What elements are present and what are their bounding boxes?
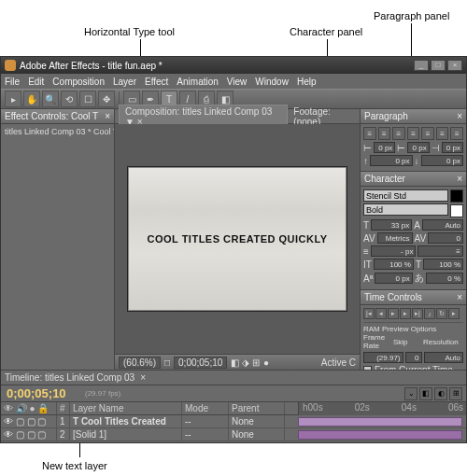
maximize-button[interactable]: □: [431, 60, 446, 71]
align-left-button[interactable]: ≡: [363, 127, 376, 140]
layer-bar[interactable]: [298, 417, 462, 427]
pan-behind-tool[interactable]: ✥: [98, 91, 115, 107]
indent-first-field[interactable]: 0 px: [407, 142, 429, 153]
close-icon[interactable]: ×: [140, 372, 146, 383]
align-center-button[interactable]: ≡: [378, 127, 391, 140]
first-frame-button[interactable]: |◂: [363, 308, 375, 319]
character-tab-label: Character: [364, 174, 405, 184]
font-size-field[interactable]: 33 px: [371, 219, 412, 231]
format-icon[interactable]: □: [164, 357, 170, 368]
hand-tool[interactable]: ✋: [23, 91, 40, 107]
camera-tool[interactable]: ☐: [79, 91, 96, 107]
right-panels: Paragraph × ≡ ≡ ≡ ≡ ≡ ≡ ≡ ⊢0 px: [360, 109, 466, 371]
menu-animation[interactable]: Animation: [177, 77, 218, 87]
hscale-field[interactable]: 100 %: [423, 259, 463, 270]
ram-preview-button[interactable]: ▸: [448, 308, 460, 319]
fill-color-swatch[interactable]: [450, 189, 463, 203]
menu-help[interactable]: Help: [297, 77, 317, 87]
paragraph-tab[interactable]: Paragraph ×: [361, 109, 466, 124]
loop-button[interactable]: ↻: [436, 308, 447, 319]
character-tab[interactable]: Character ×: [361, 172, 466, 187]
frame-rate-field[interactable]: (29.97): [363, 352, 403, 363]
layer-parent[interactable]: None: [229, 415, 285, 427]
menu-file[interactable]: File: [5, 77, 20, 87]
layer-mode[interactable]: --: [182, 415, 229, 427]
menu-edit[interactable]: Edit: [28, 77, 44, 87]
stroke-opts-field[interactable]: ≡: [417, 245, 463, 257]
effect-controls-tab[interactable]: Effect Controls: Cool T ×: [1, 109, 114, 124]
close-icon[interactable]: ×: [457, 111, 462, 121]
vscale-field[interactable]: 100 %: [374, 259, 414, 270]
indent-right-field[interactable]: 0 px: [442, 142, 463, 153]
table-row[interactable]: 👁 ▢ ▢ ▢ 1 T Cool Titles Created -- None: [1, 415, 466, 428]
column-layer-name: Layer Name: [70, 402, 182, 414]
app-window: Adobe After Effects - title fun.aep * _ …: [0, 56, 467, 443]
skip-field[interactable]: 0: [405, 352, 422, 363]
align-right-button[interactable]: ≡: [392, 127, 405, 140]
justify-right-button[interactable]: ≡: [436, 127, 449, 140]
layer-bar[interactable]: [298, 430, 462, 440]
effect-controls-path: titles Linked Comp 03 * Cool Titles C: [1, 124, 114, 139]
active-camera-label[interactable]: Active C: [321, 357, 356, 368]
shy-button[interactable]: ⌄: [404, 387, 417, 400]
timeline-tab[interactable]: Timeline: titles Linked Comp 03 ×: [1, 371, 466, 385]
next-frame-button[interactable]: ▸: [400, 308, 411, 319]
stroke-color-swatch[interactable]: [450, 204, 463, 217]
current-time[interactable]: 0;00;05;10: [1, 386, 85, 400]
motion-blur-button[interactable]: ◐: [434, 387, 447, 400]
font-style-select[interactable]: Bold: [363, 203, 448, 216]
minimize-button[interactable]: _: [414, 60, 429, 71]
close-icon[interactable]: ×: [105, 111, 110, 121]
justify-center-button[interactable]: ≡: [421, 127, 434, 140]
titlebar: Adobe After Effects - title fun.aep * _ …: [1, 57, 466, 74]
close-icon[interactable]: ×: [457, 174, 462, 184]
menu-view[interactable]: View: [227, 77, 248, 87]
layer-mode[interactable]: --: [182, 428, 229, 441]
table-row[interactable]: 👁 ▢ ▢ ▢ 2 [Solid 1] -- None: [1, 428, 466, 441]
ruler-tick: 04s: [402, 402, 417, 415]
viewer[interactable]: COOL TITLES CREATED QUICKLY: [115, 124, 360, 354]
menu-effect[interactable]: Effect: [145, 77, 168, 87]
space-after-field[interactable]: 0 px: [421, 155, 464, 166]
indent-left-field[interactable]: 0 px: [374, 142, 395, 153]
composition-panel: Composition: titles Linked Comp 03 ▼ × F…: [115, 109, 360, 371]
indent-first-icon: ⊢: [397, 143, 405, 153]
kerning-field[interactable]: Metrics: [377, 232, 413, 244]
layer-name[interactable]: T Cool Titles Created: [70, 415, 182, 427]
channel-icon[interactable]: ●: [263, 357, 269, 368]
tracking-field[interactable]: 0: [428, 232, 463, 244]
justify-left-button[interactable]: ≡: [407, 127, 420, 140]
justify-all-button[interactable]: ≡: [450, 127, 463, 140]
resolution-field[interactable]: Auto: [424, 352, 464, 363]
graph-editor-button[interactable]: ⊞: [449, 387, 462, 400]
audio-button[interactable]: ♪: [424, 308, 435, 319]
layer-name[interactable]: [Solid 1]: [70, 428, 182, 441]
stroke-width-field[interactable]: - px: [371, 245, 417, 257]
space-before-field[interactable]: 0 px: [370, 155, 413, 166]
menu-composition[interactable]: Composition: [52, 77, 105, 87]
rotate-tool[interactable]: ⟲: [61, 91, 78, 107]
time-controls-tab[interactable]: Time Controls ×: [361, 290, 466, 305]
baseline-field[interactable]: 0 px: [375, 273, 412, 284]
font-family-select[interactable]: Stencil Std: [363, 189, 448, 202]
rendered-text-layer[interactable]: COOL TITLES CREATED QUICKLY: [148, 233, 328, 245]
viewer-time[interactable]: 0;00;05;10: [174, 357, 227, 369]
frame-blend-button[interactable]: ◧: [419, 387, 432, 400]
tsume-field[interactable]: 0 %: [426, 273, 463, 284]
play-button[interactable]: ▸: [388, 308, 399, 319]
comp-tab-label: Composition: titles Linked Comp 03: [125, 106, 272, 117]
close-icon[interactable]: ×: [457, 292, 462, 302]
close-button[interactable]: ×: [447, 60, 462, 71]
last-frame-button[interactable]: ▸|: [412, 308, 423, 319]
zoom-tool[interactable]: 🔍: [42, 91, 59, 107]
timeline-ruler[interactable]: h00s 02s 04s 06s: [298, 402, 466, 415]
selection-tool[interactable]: ▸: [5, 91, 21, 107]
menu-window[interactable]: Window: [255, 77, 289, 87]
prev-frame-button[interactable]: ◂: [375, 308, 387, 319]
leading-field[interactable]: Auto: [422, 219, 463, 231]
viewer-icons[interactable]: ◧ ⬗ ⊞: [231, 357, 260, 368]
zoom-dropdown[interactable]: (60.6%): [119, 357, 161, 369]
layer-parent[interactable]: None: [229, 428, 285, 441]
column-number: #: [57, 402, 70, 414]
menu-layer[interactable]: Layer: [113, 77, 136, 87]
